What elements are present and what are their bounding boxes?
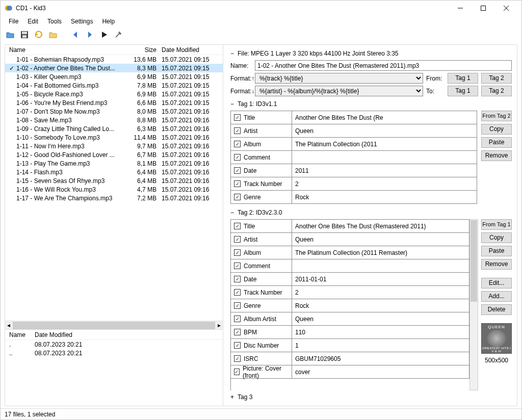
tag-value[interactable]: The Platinum Collection (2011 <box>292 138 477 150</box>
file-row[interactable]: 1-16 - We Will Rock You.mp34,7 MB15.07.2… <box>5 185 223 194</box>
settings-icon[interactable] <box>113 29 124 40</box>
dir-list[interactable]: Name Date Modified .08.07.2023 20:21..08… <box>5 329 223 406</box>
name-input[interactable] <box>255 60 512 71</box>
expand-icon[interactable]: + <box>230 393 238 401</box>
collapse-icon[interactable]: − <box>230 100 238 108</box>
tag-row[interactable]: ✓AlbumThe Platinum Collection (2011 Rema… <box>231 246 469 259</box>
tag-value[interactable]: Another One Bites The Dust (Re <box>292 111 477 124</box>
tag-row[interactable]: ✓Picture: Cover (front)cover <box>231 365 469 379</box>
tag-value[interactable] <box>292 151 477 164</box>
col-name[interactable]: Name <box>9 46 126 54</box>
menu-settings[interactable]: Settings <box>67 17 97 26</box>
file-row[interactable]: 1-12 - Good Old-Fashioned Lover ...6,7 M… <box>5 150 223 159</box>
checkbox[interactable]: ✓ <box>234 342 241 349</box>
tag-value[interactable]: Another One Bites The Dust (Remastered 2… <box>292 220 469 232</box>
menu-file[interactable]: File <box>5 17 22 26</box>
dir-row[interactable]: .08.07.2023 20:21 <box>5 340 223 349</box>
file-row[interactable]: 1-03 - Killer Queen.mp36,9 MB15.07.2021 … <box>5 72 223 81</box>
from-tag1-button[interactable]: From Tag 1 <box>481 219 512 230</box>
file-row[interactable]: 1-11 - Now I'm Here.mp39,7 MB15.07.2021 … <box>5 142 223 150</box>
checkbox[interactable]: ✓ <box>234 194 241 200</box>
checkbox[interactable]: ✓ <box>234 369 240 375</box>
collapse-icon[interactable]: − <box>230 50 238 57</box>
checkbox[interactable]: ✓ <box>234 355 241 362</box>
file-row[interactable]: 1-17 - We Are The Champions.mp37,2 MB15.… <box>5 194 223 202</box>
file-row[interactable]: 1-05 - Bicycle Race.mp36,9 MB15.07.2021 … <box>5 90 223 98</box>
tag-value[interactable]: The Platinum Collection (2011 Remaster) <box>292 246 469 259</box>
format1-select[interactable]: %{track} %{title} <box>255 73 423 84</box>
file-row[interactable]: 1-14 - Flash.mp36,4 MB15.07.2021 09:16 <box>5 168 223 176</box>
file-row[interactable]: 1-13 - Play The Game.mp38,1 MB15.07.2021… <box>5 159 223 168</box>
to-tag2-button[interactable]: Tag 2 <box>481 86 512 96</box>
col-date[interactable]: Date Modified <box>162 46 223 54</box>
dir-list-header[interactable]: Name Date Modified <box>5 330 223 340</box>
tag-value[interactable]: 2 <box>292 286 469 299</box>
tag-value[interactable]: 2011 <box>292 164 477 177</box>
tag-row[interactable]: ✓Comment <box>231 259 469 273</box>
checkbox[interactable]: ✓ <box>234 223 241 229</box>
checkbox[interactable]: ✓ <box>234 329 241 335</box>
tag-value[interactable]: 2 <box>292 177 477 190</box>
file-row[interactable]: 1-15 - Seven Seas Of Rhye.mp36,4 MB15.07… <box>5 176 223 185</box>
tag-row[interactable]: ✓ISRCGBUM71029605 <box>231 352 469 365</box>
tag1-section[interactable]: − Tag 1: ID3v1.1 <box>230 99 512 109</box>
tag2-section[interactable]: − Tag 2: ID3v2.3.0 <box>230 208 512 217</box>
play-icon[interactable] <box>98 29 110 40</box>
tag-row[interactable]: ✓Track Number2 <box>231 177 477 191</box>
file-row[interactable]: 1-07 - Don't Stop Me Now.mp38,0 MB15.07.… <box>5 107 223 116</box>
format2-select[interactable]: %{artist} - %{album}/%{track} %{title} <box>255 86 423 96</box>
menu-help[interactable]: Help <box>98 17 119 26</box>
from-tag1-button[interactable]: Tag 1 <box>448 73 478 84</box>
tag-row[interactable]: ✓GenreRock <box>231 191 477 204</box>
tag-value[interactable]: Queen <box>292 233 469 246</box>
checkbox[interactable]: ✓ <box>234 276 241 282</box>
file-row[interactable]: 1-08 - Save Me.mp38,8 MB15.07.2021 09:16 <box>5 116 223 124</box>
revert-icon[interactable] <box>33 29 44 40</box>
file-row[interactable]: 1-09 - Crazy Little Thing Called Lo...6,… <box>5 124 223 133</box>
remove-button[interactable]: Remove <box>481 259 512 270</box>
dir-col-name[interactable]: Name <box>9 331 35 338</box>
tag-row[interactable]: ✓Date2011 <box>231 164 477 177</box>
edit-button[interactable]: Edit... <box>481 278 512 288</box>
back-icon[interactable] <box>70 29 81 40</box>
tag-value[interactable]: GBUM71029605 <box>292 352 469 365</box>
file-row[interactable]: 1-01 - Bohemian Rhapsody.mp313,6 MB15.07… <box>5 55 223 64</box>
minimize-button[interactable] <box>449 1 472 16</box>
file-list[interactable]: Name Size Date Modified 1-01 - Bohemian … <box>5 45 223 329</box>
tag-row[interactable]: ✓Date2011-01-01 <box>231 273 469 286</box>
tag-value[interactable] <box>292 259 469 272</box>
forward-icon[interactable] <box>84 29 95 40</box>
dir-row[interactable]: ..08.07.2023 20:21 <box>5 349 223 357</box>
tag2-table[interactable]: ✓TitleAnother One Bites The Dust (Remast… <box>230 219 469 390</box>
file-row[interactable]: ✓1-02 - Another One Bites The Dust...8,3… <box>5 64 223 72</box>
menu-tools[interactable]: Tools <box>43 17 66 26</box>
file-row[interactable]: 1-04 - Fat Bottomed Girls.mp37,8 MB15.07… <box>5 81 223 90</box>
copy-button[interactable]: Copy <box>481 232 512 243</box>
file-list-header[interactable]: Name Size Date Modified <box>5 45 223 55</box>
menu-edit[interactable]: Edit <box>23 17 42 26</box>
paste-button[interactable]: Paste <box>481 137 512 148</box>
checkbox[interactable]: ✓ <box>234 154 241 161</box>
tag-value[interactable]: Rock <box>292 191 477 203</box>
tag-value[interactable]: Queen <box>292 124 477 137</box>
tag-row[interactable]: ✓TitleAnother One Bites The Dust (Re <box>231 111 477 124</box>
checkbox[interactable]: ✓ <box>234 141 241 147</box>
tag-row[interactable]: ✓AlbumThe Platinum Collection (2011 <box>231 138 477 151</box>
v-scrollbar[interactable] <box>469 219 478 390</box>
tag-value[interactable]: Queen <box>292 312 469 325</box>
tag-row[interactable]: ✓ArtistQueen <box>231 233 469 246</box>
tag-row[interactable]: ✓Disc Number1 <box>231 339 469 352</box>
to-tag1-button[interactable]: Tag 1 <box>448 86 478 96</box>
tag-value[interactable]: 2011-01-01 <box>292 273 469 285</box>
file-row[interactable]: 1-06 - You're My Best Friend.mp36,6 MB15… <box>5 98 223 107</box>
folder-icon[interactable] <box>47 29 59 40</box>
tag-row[interactable]: ✓TitleAnother One Bites The Dust (Remast… <box>231 220 469 233</box>
delete-button[interactable]: Delete <box>481 304 512 315</box>
tag-value[interactable]: cover <box>292 365 469 378</box>
checkbox[interactable]: ✓ <box>234 167 241 174</box>
checkbox[interactable]: ✓ <box>234 249 241 256</box>
checkbox[interactable]: ✓ <box>234 302 241 309</box>
tag3-section[interactable]: + Tag 3 <box>230 392 512 402</box>
open-folder-icon[interactable] <box>5 29 16 40</box>
close-button[interactable] <box>494 1 517 16</box>
